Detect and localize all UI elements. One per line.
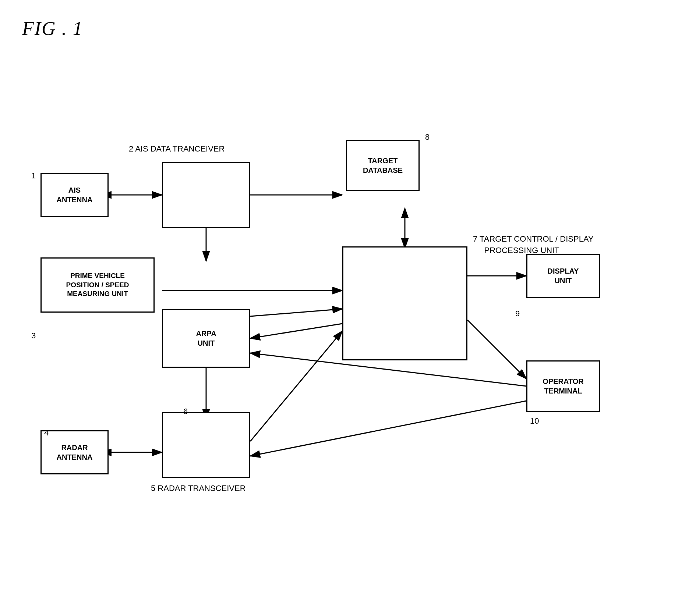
target-database-label: TARGETDATABASE — [363, 156, 403, 175]
operator-terminal-box: OPERATORTERMINAL — [526, 360, 600, 412]
svg-line-15 — [467, 320, 526, 379]
display-unit-box: DISPLAYUNIT — [526, 254, 600, 298]
diagram: AISANTENNA TARGETDATABASE PRIME VEHICLEP… — [22, 81, 677, 588]
radar-transceiver-box — [162, 412, 250, 478]
ref-label-2: 2 AIS DATA TRANCEIVER — [129, 144, 225, 154]
operator-terminal-label: OPERATORTERMINAL — [543, 377, 584, 396]
target-database-box: TARGETDATABASE — [346, 140, 420, 191]
svg-line-12 — [250, 331, 342, 441]
figure-title: FIG . 1 — [22, 18, 83, 39]
display-unit-label: DISPLAYUNIT — [548, 266, 579, 285]
radar-antenna-label: RADARANTENNA — [57, 443, 93, 462]
ref-label-10: 10 — [530, 416, 539, 426]
arpa-unit-box: ARPAUNIT — [162, 309, 250, 368]
svg-line-9 — [250, 324, 342, 338]
target-control-box — [342, 246, 467, 360]
ref-label-1: 1 — [31, 171, 36, 181]
ais-antenna-box: AISANTENNA — [40, 173, 109, 217]
svg-line-14 — [250, 401, 526, 456]
prime-vehicle-box: PRIME VEHICLEPOSITION / SPEEDMEASURING U… — [40, 257, 155, 313]
ref-label-4: 4 — [44, 428, 49, 438]
ref-label-8: 8 — [425, 132, 430, 142]
ref-label-5: 5 RADAR TRANSCEIVER — [151, 484, 246, 493]
ais-antenna-label: AISANTENNA — [57, 185, 93, 204]
ref-label-6: 6 — [183, 407, 188, 416]
arpa-unit-label: ARPAUNIT — [196, 329, 216, 348]
ref-label-9: 9 — [515, 309, 520, 318]
ais-transceiver-box — [162, 162, 250, 228]
prime-vehicle-label: PRIME VEHICLEPOSITION / SPEEDMEASURING U… — [66, 271, 129, 299]
ref-label-3: 3 — [31, 331, 36, 341]
radar-antenna-box: RADARANTENNA — [40, 430, 109, 474]
svg-line-8 — [250, 309, 342, 316]
ref-label-7: 7 TARGET CONTROL / DISPLAY PROCESSING UN… — [473, 234, 594, 256]
